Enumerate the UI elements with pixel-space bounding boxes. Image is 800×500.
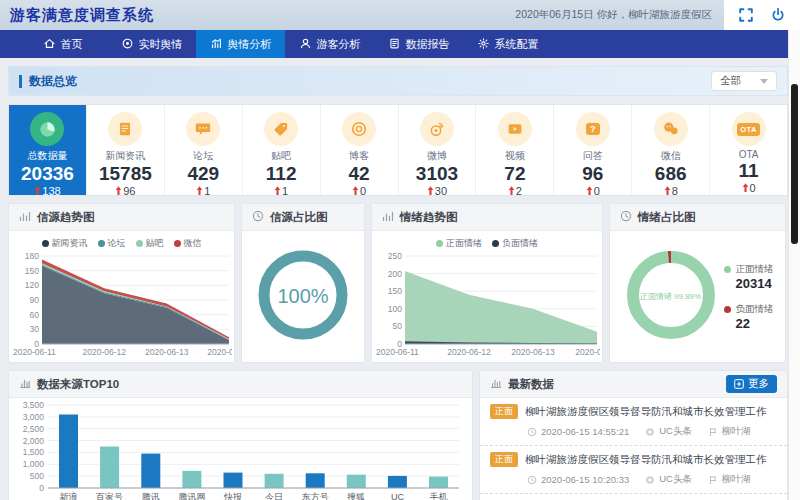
legend-item-positive[interactable]: 正面情绪 20314: [724, 263, 774, 291]
top10-bar-chart[interactable]: 05001,0001,5002,0002,5003,0003,500新浪微博百家…: [14, 400, 467, 500]
stat-card-forum[interactable]: 论坛 429 1: [165, 105, 243, 195]
donut-center-value: 100%: [253, 245, 353, 349]
svg-text:2020-06-12: 2020-06-12: [83, 347, 127, 357]
panel-title: 信源趋势图: [37, 210, 95, 225]
stat-card-ota[interactable]: OTA OTA 11 0: [710, 105, 787, 195]
stat-card-news[interactable]: 新闻资讯 15785 96: [87, 105, 165, 195]
svg-text:2020-06-14: 2020-06-14: [207, 347, 232, 357]
nav-item-analysis[interactable]: 舆情分析: [196, 30, 285, 58]
nav-label: 舆情分析: [228, 37, 272, 52]
up-arrow-icon: [586, 186, 593, 195]
accent-bar: [19, 75, 22, 88]
nav-label: 实时舆情: [139, 37, 183, 52]
panel-latest: 最新数据 更多 正面 柳叶湖旅游度假区领导督导防汛和城市长效管理工作 2020-…: [479, 370, 788, 500]
power-icon[interactable]: [770, 7, 786, 23]
clock-icon: [527, 427, 537, 437]
scrollbar-thumb[interactable]: [791, 84, 798, 244]
trend-chart-icon: [19, 208, 31, 226]
source-trend-chart[interactable]: 03060901201501802020-06-112020-06-122020…: [13, 251, 232, 357]
green-dot-icon: [724, 266, 731, 273]
legend-item[interactable]: 负面情绪: [492, 237, 538, 250]
emotion-trend-chart[interactable]: 0501001502002502020-06-112020-06-122020-…: [376, 251, 600, 357]
svg-text:60: 60: [30, 310, 40, 320]
filter-select[interactable]: 全部: [711, 71, 777, 91]
sentiment-badge: 正面: [490, 452, 518, 467]
scrollbar[interactable]: [788, 30, 800, 500]
plus-icon: [734, 379, 744, 389]
up-arrow-icon: [508, 186, 515, 195]
sentiment-badge: 正面: [490, 404, 518, 419]
nav-label: 数据报告: [406, 37, 450, 52]
svg-text:180: 180: [25, 251, 39, 261]
panel-source-trend: 信源趋势图 新闻资讯论坛贴吧微信 03060901201501802020-06…: [8, 203, 235, 363]
svg-text:2020-06-12: 2020-06-12: [447, 347, 491, 357]
chevron-down-icon: [760, 79, 768, 84]
legend-item[interactable]: 正面情绪: [436, 237, 482, 250]
trend-chart-icon: [382, 208, 394, 226]
ota-icon: OTA: [732, 112, 766, 146]
nav-item-settings[interactable]: 系统配置: [463, 30, 552, 58]
svg-text:30: 30: [30, 324, 40, 334]
stat-card-qa[interactable]: ? 问答 96 0: [554, 105, 632, 195]
emotion-share-donut[interactable]: 正面情绪 99.89%: [622, 246, 720, 348]
fullscreen-icon[interactable]: [738, 7, 754, 23]
nav-item-realtime[interactable]: 实时舆情: [107, 30, 196, 58]
svg-text:3,000: 3,000: [23, 412, 45, 422]
topbar: 游客满意度调查系统 2020年06月15日 你好，柳叶湖旅游度假区: [0, 0, 800, 30]
up-arrow-icon: [196, 186, 203, 195]
main-nav: 首页 实时舆情 舆情分析 游客分析 数据报告 系统配置: [0, 30, 800, 58]
legend-item[interactable]: 论坛: [98, 237, 126, 250]
legend-item[interactable]: 新闻资讯: [42, 237, 88, 250]
emotion-legend: 正面情绪 20314 负面情绪 22: [724, 263, 774, 331]
stat-card-weibo[interactable]: 微博 3103 30: [399, 105, 477, 195]
svg-text:100: 100: [388, 304, 402, 314]
panel-emotion-trend: 情绪趋势图 正面情绪负面情绪 0501001502002502020-06-11…: [371, 203, 603, 363]
report-icon: [388, 37, 401, 52]
svg-text:250: 250: [388, 251, 402, 261]
item-title: 柳叶湖旅游度假区领导督导防汛和城市长效管理工作: [525, 405, 767, 419]
svg-text:0: 0: [39, 483, 44, 493]
nav-item-visitor[interactable]: 游客分析: [285, 30, 374, 58]
item-time: 2020-06-15 10:20:33: [541, 474, 629, 485]
legend-item-negative[interactable]: 负面情绪 22: [724, 303, 774, 331]
source-share-donut[interactable]: 100%: [253, 245, 353, 349]
topbar-icon-group: [724, 0, 800, 30]
list-item[interactable]: 正面 柳叶湖旅游度假区领导督导防汛和城市长效管理工作 2020-06-15 14…: [480, 398, 787, 446]
svg-text:200: 200: [388, 269, 402, 279]
svg-text:腾讯网: 腾讯网: [178, 492, 205, 500]
stat-card-tieba[interactable]: 贴吧 112 1: [243, 105, 321, 195]
weibo-icon: [420, 112, 454, 146]
list-item[interactable]: 正面 柳叶湖旅游度假区领导督导防汛和城市长效管理工作 2020-06-15 10…: [480, 446, 787, 494]
svg-text:快报: 快报: [223, 492, 242, 500]
nav-item-report[interactable]: 数据报告: [374, 30, 463, 58]
gear-icon: [477, 37, 490, 52]
up-arrow-icon: [274, 186, 281, 195]
stat-card-wechat[interactable]: 微信 686 8: [632, 105, 710, 195]
item-time: 2020-06-15 14:55:21: [541, 426, 629, 437]
up-arrow-icon: [427, 186, 434, 195]
up-arrow-icon: [115, 186, 122, 195]
panel-title: 最新数据: [508, 377, 554, 392]
date-greeting: 2020年06月15日 你好，柳叶湖旅游度假区: [515, 8, 712, 22]
svg-text:2020-06-11: 2020-06-11: [376, 347, 419, 357]
legend-item[interactable]: 微信: [174, 237, 202, 250]
more-button[interactable]: 更多: [726, 375, 777, 393]
home-icon: [43, 37, 56, 52]
stat-card-video[interactable]: 视频 72 2: [476, 105, 554, 195]
svg-text:今日: 今日: [265, 492, 283, 500]
item-site: 柳叶湖: [722, 473, 751, 486]
svg-text:2020-06-11: 2020-06-11: [13, 347, 56, 357]
bar-chart-icon: [210, 37, 223, 52]
up-arrow-icon: [352, 186, 359, 195]
stat-card-blog[interactable]: 博客 42 0: [321, 105, 399, 195]
panel-source-share: 信源占比图 100%: [241, 203, 365, 363]
nav-item-home[interactable]: 首页: [18, 30, 107, 58]
svg-text:新浪: 新浪: [60, 492, 78, 500]
panel-emotion-share: 情绪占比图 正面情绪 99.89% 正面情绪 20314 负面情绪 22: [609, 203, 786, 363]
svg-text:腾讯: 腾讯: [142, 492, 160, 500]
question-answer-icon: ?: [576, 112, 610, 146]
svg-text:2,000: 2,000: [23, 436, 45, 446]
legend-item[interactable]: 贴吧: [136, 237, 164, 250]
stat-card-total[interactable]: 总数据量 20336 138: [9, 105, 87, 195]
list-item[interactable]: 正面 【柳叶湖】常德柳叶湖集城、湖、山、洲为一体，是天然造化的生态组合盆景...…: [480, 494, 787, 500]
